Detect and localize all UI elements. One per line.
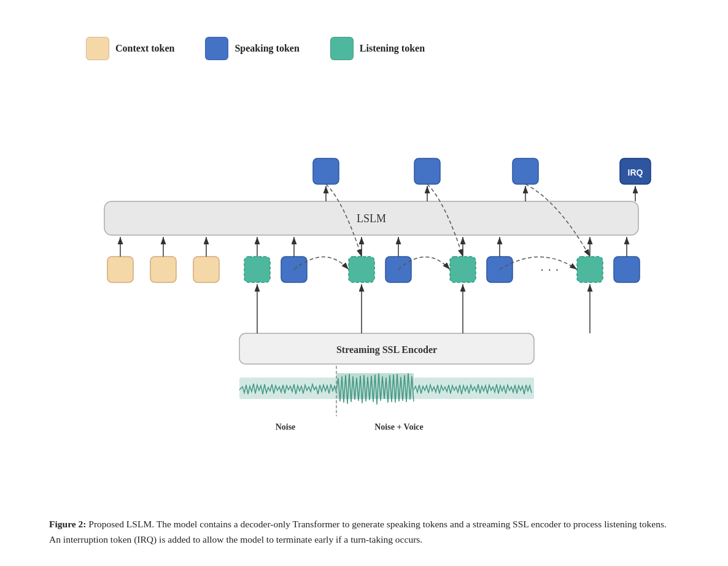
speaking-token-swatch <box>205 37 228 60</box>
ellipsis: · · · <box>540 262 559 277</box>
listening-token-g2 <box>349 257 374 282</box>
irq-label: IRQ <box>628 168 643 177</box>
figure-caption: Figure 2: Proposed LSLM. The model conta… <box>49 517 679 548</box>
context-token-3 <box>193 257 219 282</box>
output-speaking-1 <box>313 158 339 184</box>
output-speaking-2 <box>414 158 440 184</box>
main-diagram-svg: LSLM Streaming SSL Encoder <box>49 79 675 447</box>
svg-rect-23 <box>336 373 414 399</box>
lslm-label: LSLM <box>357 212 386 225</box>
waveform <box>239 373 534 405</box>
output-speaking-3 <box>513 158 538 184</box>
speaking-token-g4 <box>614 257 640 282</box>
legend-speaking: Speaking token <box>205 37 299 60</box>
caption-text: Proposed LSLM. The model contains a deco… <box>49 519 667 545</box>
listening-token-swatch <box>330 37 354 60</box>
context-token-swatch <box>86 37 109 60</box>
noise-label: Noise <box>276 422 296 432</box>
noise-voice-label: Noise + Voice <box>374 422 424 432</box>
context-token-2 <box>150 257 176 282</box>
legend-listening: Listening token <box>330 37 425 60</box>
context-token-1 <box>107 257 133 282</box>
svg-rect-24 <box>414 378 534 399</box>
legend-context: Context token <box>86 37 174 60</box>
legend: Context token Speaking token Listening t… <box>86 37 679 60</box>
listening-token-g3 <box>450 257 476 282</box>
listening-token-label: Listening token <box>360 43 425 54</box>
diagram-area: LSLM Streaming SSL Encoder <box>49 79 679 449</box>
listening-token-g4 <box>577 257 603 282</box>
listening-token-g1 <box>244 257 270 282</box>
speaking-token-label: Speaking token <box>234 43 299 54</box>
context-token-label: Context token <box>115 43 174 54</box>
svg-rect-22 <box>239 378 336 399</box>
figure-label: Figure 2: <box>49 519 86 529</box>
encoder-label: Streaming SSL Encoder <box>336 344 437 355</box>
